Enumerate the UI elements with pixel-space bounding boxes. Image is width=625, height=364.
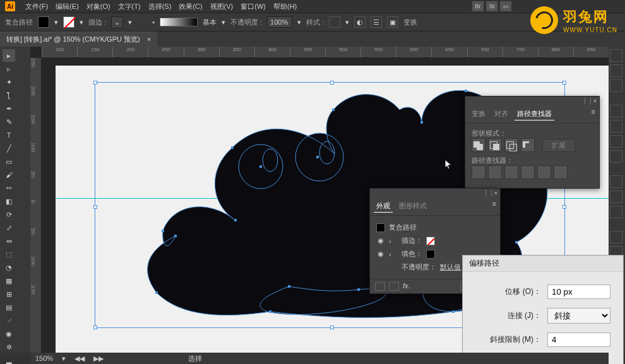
fill-swatch[interactable] (38, 16, 49, 28)
brushes-dock-icon[interactable] (610, 135, 622, 148)
intersect-button[interactable] (504, 138, 518, 152)
color-dock-icon[interactable] (610, 105, 622, 117)
direct-selection-tool[interactable]: ▹ (3, 62, 15, 75)
offset-input[interactable] (547, 285, 610, 299)
stock-icon[interactable]: St (486, 1, 497, 11)
zoom-level[interactable]: 150% (35, 355, 53, 362)
miter-input[interactable] (547, 332, 610, 347)
graph-tool[interactable]: ▂ (3, 354, 15, 364)
fill-dropdown-icon[interactable]: ▾ (54, 18, 58, 26)
offset-path-dialog[interactable]: 偏移路径 位移 (O)： 连接 (J)： 斜接 斜接限制 (M)： 预览 (P)… (462, 255, 624, 364)
expand-stroke-icon[interactable]: › (389, 237, 398, 245)
magic-wand-tool[interactable]: ✦ (3, 76, 15, 88)
add-fill-icon[interactable] (389, 282, 399, 291)
stroke-row-label[interactable]: 描边： (402, 236, 422, 245)
minus-front-button[interactable] (488, 138, 502, 152)
menu-type[interactable]: 文字(T) (114, 1, 145, 13)
lasso-tool[interactable]: ƪ (3, 89, 15, 102)
symbols-dock-icon[interactable] (610, 150, 622, 163)
transform-label[interactable]: 变换 (403, 18, 417, 27)
add-effect-icon[interactable]: fx. (403, 282, 410, 291)
type-tool[interactable]: T (3, 129, 15, 141)
selection-tool[interactable]: ▸ (3, 49, 15, 62)
properties-dock-icon[interactable] (610, 49, 622, 62)
tab-appearance[interactable]: 外观 (374, 200, 393, 213)
menu-edit[interactable]: 编辑(E) (52, 1, 83, 13)
stroke-swatch[interactable] (63, 16, 74, 28)
swatches-dock-icon[interactable] (610, 120, 622, 132)
opacity-input[interactable]: 100% (267, 16, 292, 28)
arrange-icon[interactable]: ▭ (500, 1, 511, 11)
stroke-dock-icon[interactable] (610, 175, 622, 188)
eyedropper-tool[interactable]: ⟋ (3, 314, 15, 327)
symbol-sprayer-tool[interactable]: ✲ (3, 341, 15, 353)
fill-swatch[interactable] (426, 250, 435, 259)
tab-pathfinder[interactable]: 路径查找器 (515, 108, 554, 120)
layers-dock-icon[interactable] (610, 64, 622, 77)
gradient-tool[interactable]: ▤ (3, 301, 15, 314)
menu-effect[interactable]: 效果(C) (175, 1, 206, 13)
tab-align[interactable]: 对齐 (492, 108, 511, 120)
menu-object[interactable]: 对象(O) (83, 1, 114, 13)
join-select[interactable]: 斜接 (547, 308, 610, 324)
menu-help[interactable]: 帮助(H) (270, 1, 301, 13)
menu-file[interactable]: 文件(F) (21, 1, 52, 13)
align-icon[interactable]: ☰ (371, 16, 382, 28)
recolor-icon[interactable]: ◐ (354, 16, 366, 28)
expand-button[interactable]: 扩展 (542, 139, 575, 152)
fill-row-label[interactable]: 填色： (402, 249, 422, 259)
line-tool[interactable]: ╱ (3, 142, 15, 155)
transparency-dock-icon[interactable] (610, 206, 622, 218)
outline-button[interactable] (537, 165, 551, 179)
visibility-toggle-stroke[interactable]: ◉ (376, 237, 385, 245)
scale-tool[interactable]: ⤢ (3, 221, 15, 234)
pencil-tool[interactable]: ✏ (3, 182, 15, 194)
crop-button[interactable] (521, 165, 535, 179)
panel-collapse-icon[interactable] (585, 98, 591, 104)
unite-button[interactable] (472, 138, 485, 152)
pathfinder-panel[interactable]: × 变换 对齐 路径查找器 ≡ 形状模式： 扩展 路径查找器： (465, 96, 600, 189)
merge-button[interactable] (504, 165, 518, 179)
panel-close-icon[interactable]: × (494, 190, 497, 196)
stroke-unit-dropdown[interactable]: ▾ (128, 18, 132, 26)
nav-prev-icon[interactable]: ◀◀ (74, 355, 85, 363)
shape-builder-tool[interactable]: ◔ (3, 261, 15, 274)
brush-tool[interactable]: 🖌 (3, 168, 15, 181)
gradient-dock-icon[interactable] (610, 191, 622, 203)
brush-preset[interactable] (160, 18, 198, 26)
vertical-ruler[interactable]: 250 200 150 100 50 0 50 100 150 (30, 58, 42, 353)
shape-icon[interactable]: ▣ (387, 16, 398, 28)
stroke-dropdown-icon[interactable]: ▾ (80, 18, 83, 26)
menu-select[interactable]: 选择(S) (145, 1, 176, 13)
rotate-tool[interactable]: ⟳ (3, 208, 15, 221)
panel-menu-icon[interactable]: ≡ (492, 200, 496, 213)
expand-fill-icon[interactable]: › (389, 250, 398, 258)
menu-view[interactable]: 视图(V) (206, 1, 237, 13)
minus-back-button[interactable] (554, 165, 568, 179)
panel-menu-icon[interactable]: ≡ (592, 108, 595, 120)
appearance-dock-icon[interactable] (610, 231, 622, 244)
stroke-weight-dropdown[interactable]: ⌄ (111, 16, 123, 28)
width-tool[interactable]: ⇔ (3, 235, 15, 247)
eraser-tool[interactable]: ◧ (3, 195, 15, 208)
pen-tool[interactable]: ✒ (3, 102, 15, 115)
divide-button[interactable] (472, 165, 485, 179)
libraries-dock-icon[interactable] (610, 79, 622, 92)
free-transform-tool[interactable]: ⬚ (3, 248, 15, 261)
style-swatch[interactable] (329, 16, 340, 28)
curvature-tool[interactable]: ✎ (3, 115, 15, 128)
mesh-tool[interactable]: ⊞ (3, 288, 15, 300)
tab-transform[interactable]: 变换 (469, 108, 488, 120)
zoom-dropdown-icon[interactable]: ▾ (62, 355, 66, 363)
add-stroke-icon[interactable] (375, 282, 385, 291)
document-tab[interactable]: 转换] [转换].ai* @ 150% (CMYK/GPU 预览) × (0, 32, 157, 47)
opacity-value[interactable]: 默认值 (440, 262, 461, 272)
close-tab-icon[interactable]: × (147, 35, 151, 43)
rectangle-tool[interactable]: ▭ (3, 155, 15, 168)
opacity-row-label[interactable]: 不透明度： (402, 262, 436, 272)
panel-collapse-icon[interactable] (485, 190, 492, 196)
perspective-tool[interactable]: ▦ (3, 274, 15, 287)
tab-graphic-styles[interactable]: 图形样式 (396, 200, 429, 213)
bridge-icon[interactable]: Br (472, 1, 484, 11)
visibility-toggle-fill[interactable]: ◉ (376, 250, 385, 258)
